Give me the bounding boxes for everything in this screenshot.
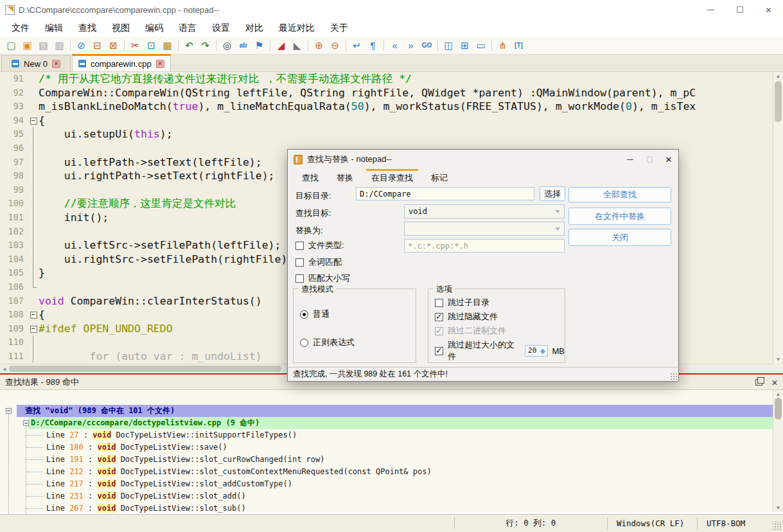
close-button[interactable]: [754, 0, 783, 19]
search-mode-option[interactable]: 普通: [300, 308, 330, 320]
fold-marker-icon[interactable]: [28, 322, 39, 336]
text-mode-icon[interactable]: [T]: [511, 38, 526, 53]
scroll-left-icon[interactable]: ◄: [1, 366, 8, 372]
dialog-tab-find-in-dir[interactable]: 在目录查找: [362, 170, 422, 186]
save-all-icon[interactable]: ▥: [52, 38, 67, 53]
dialog-resize-grip[interactable]: [670, 373, 678, 380]
menu-item-language[interactable]: 语言: [171, 21, 204, 36]
scrollbar-thumb[interactable]: [775, 81, 782, 122]
word-wrap-icon[interactable]: ↵: [349, 38, 364, 53]
max-size-spinbox[interactable]: 20: [525, 345, 547, 357]
search-option[interactable]: 跳过二进制文件: [435, 325, 506, 337]
menu-item-compare[interactable]: 对比: [238, 21, 271, 36]
search-summary-row[interactable]: 查找 "void" (989 命中在 101 个文件): [17, 405, 783, 417]
menu-item-settings[interactable]: 设置: [204, 21, 238, 36]
result-line-row[interactable]: Line 27 : void DocTypeListView::initSupp…: [0, 429, 783, 441]
checkbox-icon[interactable]: [435, 313, 443, 321]
menu-item-encoding[interactable]: 编码: [137, 21, 171, 36]
show-symbols-icon[interactable]: ¶: [365, 38, 380, 53]
results-vertical-scrollbar[interactable]: ▲ ▼: [773, 390, 783, 512]
dir-compare-icon[interactable]: ⊞: [457, 38, 472, 53]
dialog-minimize-button[interactable]: [620, 150, 640, 169]
undo-icon[interactable]: ↶: [182, 38, 197, 53]
fold-marker-icon[interactable]: [28, 308, 39, 322]
eol-format[interactable]: Windows(CR LF): [607, 517, 697, 530]
result-line-row[interactable]: Line 267 : void DocTypeListView::slot_su…: [0, 502, 783, 515]
screen-icon[interactable]: ▭: [473, 38, 488, 53]
file-compare-icon[interactable]: ◫: [441, 38, 456, 53]
encoding[interactable]: UTF8-BOM: [697, 517, 773, 530]
cut-icon[interactable]: ✂: [128, 38, 143, 53]
search-option[interactable]: 跳过子目录: [435, 297, 489, 308]
zoom-out-icon[interactable]: ⊖: [328, 38, 342, 53]
replace-in-files-button[interactable]: 在文件中替换: [568, 208, 671, 225]
maximize-button[interactable]: [725, 0, 754, 19]
dialog-tab-replace[interactable]: 替换: [328, 170, 362, 186]
find-all-button[interactable]: 全部查找: [568, 187, 671, 202]
editor-vertical-scrollbar[interactable]: ▲ ▼: [773, 72, 783, 364]
tab-comparewin-cpp[interactable]: comparewin.cpp: [72, 54, 171, 71]
eraser-icon[interactable]: ◢: [274, 38, 288, 53]
close-panel-icon[interactable]: [771, 378, 778, 387]
checkbox-icon[interactable]: [435, 327, 443, 335]
scroll-down-icon[interactable]: ▼: [773, 505, 783, 511]
menu-item-file[interactable]: 文件: [4, 21, 37, 36]
redo-icon[interactable]: ↷: [198, 38, 213, 53]
menu-item-view[interactable]: 视图: [104, 21, 137, 36]
close-tab-icon[interactable]: [156, 60, 164, 68]
save-icon[interactable]: ▤: [36, 38, 51, 53]
tab-new-0[interactable]: New 0: [1, 55, 71, 71]
scroll-up-icon[interactable]: ▲: [773, 391, 783, 397]
find-target-combobox[interactable]: void: [404, 204, 565, 218]
result-line-row[interactable]: Line 217 : void DocTypeListView::slot_ad…: [0, 478, 783, 490]
result-line-row[interactable]: Line 180 : void DocTypeListView::save(): [0, 441, 783, 454]
goto-line-icon[interactable]: GO: [419, 38, 434, 53]
zoom-in-icon[interactable]: ⊕: [312, 38, 326, 53]
dialog-close-action-button[interactable]: 关闭: [568, 229, 671, 246]
dialog-tab-find[interactable]: 查找: [293, 170, 328, 186]
search-mode-option[interactable]: 正则表达式: [300, 337, 355, 348]
doc-slash-icon[interactable]: ⊘: [74, 38, 89, 53]
scroll-up-icon[interactable]: ▲: [773, 73, 783, 79]
filetype-input[interactable]: [404, 239, 565, 253]
target-dir-input[interactable]: [356, 187, 534, 200]
float-panel-icon[interactable]: [755, 379, 762, 386]
scroll-down-icon[interactable]: ▼: [773, 357, 783, 362]
radio-icon[interactable]: [300, 339, 308, 347]
replace-with-combobox[interactable]: [404, 222, 565, 236]
checkbox-icon[interactable]: [435, 299, 443, 307]
scrollbar-thumb[interactable]: [9, 366, 281, 372]
whole-word-checkbox[interactable]: [295, 258, 304, 267]
choose-dir-button[interactable]: 选择: [540, 186, 565, 201]
result-line-row[interactable]: Line 212 : void DocTypeListView::slot_cu…: [0, 466, 783, 478]
prev-result-icon[interactable]: «: [387, 38, 402, 53]
dialog-close-button[interactable]: [659, 150, 678, 169]
copy-icon[interactable]: ⊡: [144, 38, 159, 53]
fold-marker-icon[interactable]: [28, 114, 39, 128]
checkbox-icon[interactable]: [435, 347, 443, 355]
close-doc-icon[interactable]: ⊟: [90, 38, 105, 53]
radio-icon[interactable]: [300, 310, 308, 319]
open-file-icon[interactable]: ▣: [20, 38, 35, 53]
paste-icon[interactable]: ▦: [160, 38, 175, 53]
filetype-checkbox[interactable]: [295, 242, 304, 250]
menu-item-recent-compare[interactable]: 最近对比: [271, 21, 322, 36]
search-option[interactable]: 跳过超过大小的文件20MB: [435, 339, 565, 362]
menu-item-about[interactable]: 关于: [322, 21, 356, 36]
new-file-icon[interactable]: ▢: [4, 38, 19, 53]
replace-icon[interactable]: ab: [236, 38, 251, 53]
clear-marks-icon[interactable]: ◣: [290, 38, 304, 53]
expand-collapse-icon[interactable]: [6, 408, 12, 414]
find-icon[interactable]: ◎: [220, 38, 234, 53]
dialog-tab-mark[interactable]: 标记: [422, 170, 457, 186]
result-line-row[interactable]: Line 231 : void DocTypeListView::slot_ad…: [0, 490, 783, 502]
close-all-icon[interactable]: ⊠: [106, 38, 121, 53]
menu-item-search[interactable]: 查找: [71, 21, 104, 36]
bookmark-icon[interactable]: ⚑: [252, 38, 267, 53]
expand-collapse-icon[interactable]: [23, 420, 29, 426]
spin-diamond-icon[interactable]: [540, 349, 545, 354]
minimize-button[interactable]: [696, 0, 725, 19]
close-tab-icon[interactable]: [52, 60, 60, 68]
tree-view-icon[interactable]: ⋔: [495, 38, 510, 53]
resize-grip[interactable]: [773, 522, 782, 531]
